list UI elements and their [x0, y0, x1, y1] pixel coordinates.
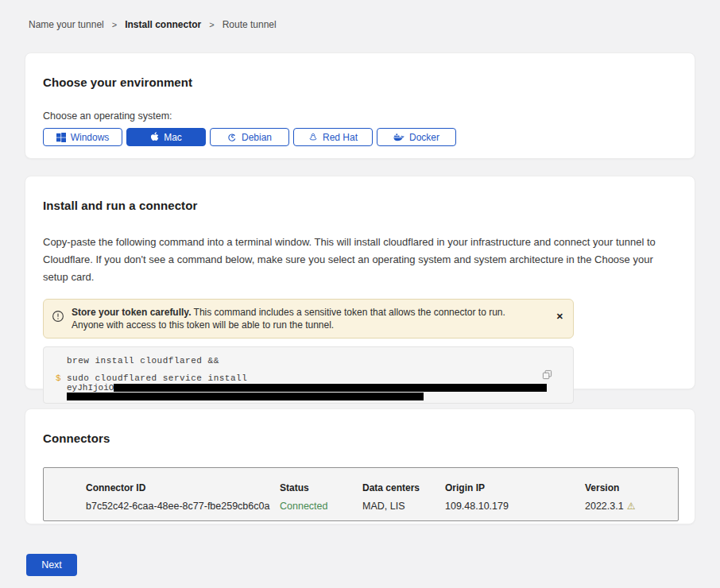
- col-header-data-centers: Data centers: [362, 482, 445, 493]
- breadcrumb-separator: >: [209, 20, 214, 29]
- table-row: b7c52c42-6caa-48ee-8c77-fbe259cb6c0a Con…: [86, 501, 678, 512]
- version-value: 2022.3.1 ⚠: [585, 501, 678, 512]
- origin-ip-value: 109.48.10.179: [445, 501, 585, 512]
- os-button-windows[interactable]: Windows: [43, 128, 122, 146]
- install-card-title: Install and run a connector: [43, 199, 677, 212]
- code-line-token-continued: [67, 393, 573, 400]
- environment-card-title: Choose your environment: [43, 75, 677, 89]
- docker-logo-icon: [393, 133, 405, 141]
- shell-prompt: $: [56, 373, 67, 400]
- alert-circle-icon: [52, 310, 64, 326]
- os-button-label: Red Hat: [323, 132, 358, 143]
- breadcrumb-separator: >: [112, 20, 117, 29]
- token-warning-banner: Store your token carefully. This command…: [43, 299, 574, 338]
- col-header-status: Status: [280, 482, 362, 493]
- redaction-bar: [114, 384, 547, 392]
- os-button-redhat[interactable]: Red Hat: [293, 128, 373, 146]
- next-button[interactable]: Next: [26, 554, 77, 576]
- os-button-label: Windows: [71, 132, 110, 143]
- breadcrumb: Name your tunnel > Install connector > R…: [0, 0, 720, 30]
- token-prefix: eyJhIjoiO: [67, 383, 114, 393]
- connector-id-value: b7c52c42-6caa-48ee-8c77-fbe259cb6c0a: [86, 501, 280, 512]
- code-line-token: eyJhIjoiO: [67, 384, 573, 392]
- close-icon[interactable]: ✕: [555, 311, 565, 323]
- os-button-label: Debian: [242, 132, 272, 143]
- col-header-connector-id: Connector ID: [86, 482, 280, 493]
- col-header-version: Version: [585, 482, 678, 493]
- install-command-code-block: brew install cloudflared && $ sudo cloud…: [43, 346, 574, 404]
- copy-icon[interactable]: [542, 369, 552, 382]
- breadcrumb-step-route-tunnel[interactable]: Route tunnel: [223, 19, 277, 30]
- col-header-origin-ip: Origin IP: [445, 482, 585, 493]
- debian-logo-icon: [227, 133, 237, 142]
- install-connector-card: Install and run a connector Copy-paste t…: [25, 176, 695, 389]
- token-warning-bold: Store your token carefully.: [72, 307, 192, 318]
- environment-card: Choose your environment Choose an operat…: [25, 52, 695, 159]
- data-centers-value: MAD, LIS: [362, 501, 445, 512]
- os-button-label: Docker: [409, 132, 439, 143]
- os-select-label: Choose an operating system:: [43, 110, 677, 122]
- breadcrumb-step-name-tunnel[interactable]: Name your tunnel: [29, 19, 104, 30]
- warning-triangle-icon: ⚠: [627, 501, 636, 511]
- redhat-logo-icon: [308, 133, 318, 142]
- code-line-sudo: sudo cloudflared service install: [67, 373, 573, 383]
- redaction-bar: [67, 393, 424, 400]
- connectors-table: Connector ID Status Data centers Origin …: [43, 467, 679, 521]
- windows-logo-icon: [56, 133, 66, 142]
- install-card-description: Copy-paste the following command into a …: [43, 234, 675, 286]
- os-button-debian[interactable]: Debian: [210, 128, 289, 146]
- os-button-docker[interactable]: Docker: [377, 128, 456, 146]
- version-number: 2022.3.1: [585, 501, 624, 512]
- apple-logo-icon: [150, 132, 159, 142]
- os-button-mac[interactable]: Mac: [126, 128, 206, 146]
- connectors-table-header: Connector ID Status Data centers Origin …: [86, 482, 678, 493]
- status-badge: Connected: [280, 501, 362, 512]
- token-warning-text: Store your token carefully. This command…: [72, 306, 539, 331]
- os-button-label: Mac: [164, 132, 182, 143]
- os-button-group: Windows Mac Debian: [43, 128, 677, 146]
- connectors-card: Connectors Connector ID Status Data cent…: [25, 408, 695, 524]
- code-line-brew: brew install cloudflared &&: [56, 356, 573, 366]
- connectors-card-title: Connectors: [43, 431, 677, 445]
- breadcrumb-step-install-connector[interactable]: Install connector: [125, 19, 201, 30]
